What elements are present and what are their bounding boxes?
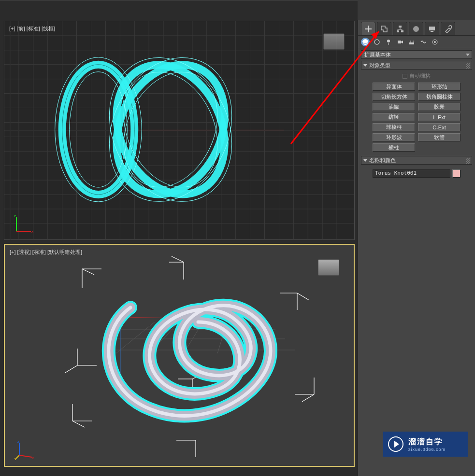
svg-rect-106 (431, 31, 433, 32)
svg-text:z: z (14, 214, 16, 218)
name-color-title: 名称和颜色 (369, 157, 396, 164)
type-btn-lext[interactable]: L-Ext (418, 113, 461, 121)
autogrid-checkbox[interactable] (403, 74, 407, 79)
systems-icon[interactable] (431, 38, 439, 46)
display-tab[interactable] (425, 22, 439, 35)
object-color-swatch[interactable] (452, 169, 461, 178)
type-btn-cext[interactable]: C-Ext (418, 123, 461, 131)
helpers-icon[interactable] (407, 38, 416, 46)
viewport-label-perspective[interactable]: [+] [透视] [标准] [默认明暗处理] (10, 249, 82, 256)
svg-line-72 (297, 293, 309, 300)
svg-point-117 (434, 41, 436, 43)
svg-line-81 (302, 394, 314, 402)
svg-text:z: z (17, 441, 19, 444)
watermark-line1: 溜溜自学 (408, 437, 446, 447)
perspective-scene (5, 245, 354, 466)
svg-point-104 (413, 26, 419, 32)
svg-line-54 (291, 31, 379, 144)
svg-line-84 (72, 421, 85, 427)
type-btn-chamfercyl[interactable]: 切角圆柱体 (418, 93, 461, 101)
svg-text:x: x (32, 456, 34, 460)
svg-rect-105 (429, 27, 435, 30)
svg-rect-98 (397, 30, 399, 32)
svg-line-75 (65, 365, 77, 373)
svg-text:y: y (14, 457, 16, 460)
viewcube-perspective[interactable] (318, 259, 339, 276)
svg-marker-55 (371, 31, 379, 39)
svg-line-66 (82, 269, 94, 275)
grip-icon (466, 63, 470, 69)
svg-rect-97 (399, 26, 402, 28)
triangle-down-icon (363, 159, 367, 162)
axis-gizmo-front: x z (14, 214, 33, 234)
motion-tab[interactable] (409, 22, 423, 35)
viewport-perspective[interactable]: [+] [透视] [标准] [默认明暗处理] (4, 244, 355, 467)
cameras-icon[interactable] (396, 38, 404, 46)
object-name-input[interactable]: Torus Knot001 (373, 169, 450, 178)
svg-line-90 (19, 455, 32, 457)
grip-icon (466, 158, 470, 164)
watermark-line2: zixue.3d66.com (408, 447, 446, 452)
autogrid-label: 自动栅格 (409, 72, 431, 80)
type-btn-torusknot[interactable]: 环形结 (418, 83, 461, 91)
type-btn-capsule[interactable]: 胶囊 (418, 103, 461, 111)
annotation-arrow (286, 26, 388, 146)
rollout-name-color: 名称和颜色 Torus Knot001 (361, 156, 472, 182)
viewport-area: [+] [前] [标准] [线框] (0, 0, 358, 476)
watermark-badge: 溜溜自学 zixue.3d66.com (383, 432, 468, 457)
svg-marker-112 (401, 41, 403, 43)
axis-gizmo-perspective: x z y (14, 441, 34, 460)
rollout-header-namecolor[interactable]: 名称和颜色 (361, 156, 472, 165)
svg-rect-113 (409, 42, 414, 44)
play-icon (388, 436, 403, 452)
svg-rect-99 (401, 30, 403, 32)
svg-line-69 (172, 256, 184, 262)
spacewarps-icon[interactable] (419, 38, 428, 46)
utilities-tab[interactable] (441, 22, 455, 35)
svg-rect-111 (398, 41, 401, 43)
svg-text:x: x (31, 229, 33, 234)
hierarchy-tab[interactable] (393, 22, 407, 35)
viewport-label-front[interactable]: [+] [前] [标准] [线框] (9, 25, 55, 32)
type-btn-hose[interactable]: 软管 (418, 133, 461, 141)
